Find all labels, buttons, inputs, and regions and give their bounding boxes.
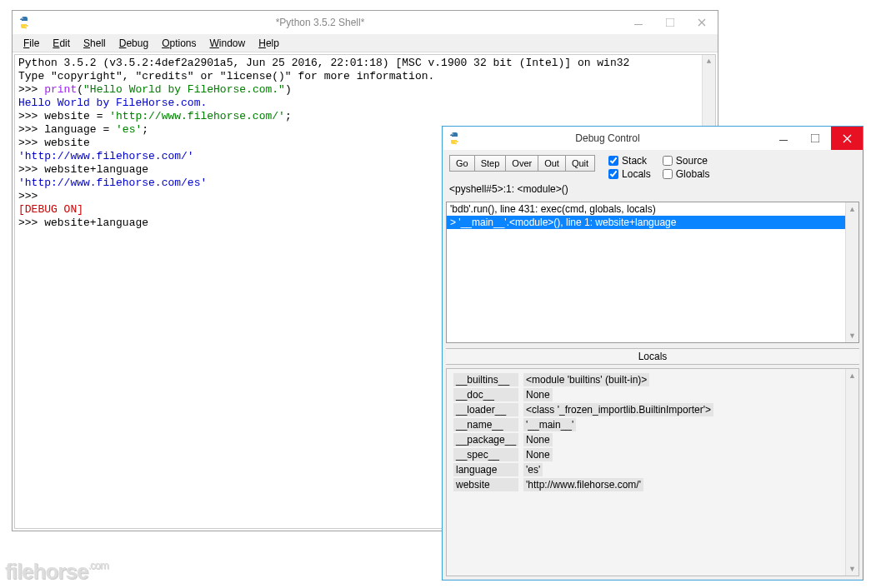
source-checkbox[interactable]: Source xyxy=(663,155,710,167)
menu-window[interactable]: Window xyxy=(204,36,252,51)
locals-key: __loader__ xyxy=(453,403,518,416)
debug-toolbar: GoStepOverOutQuit Stack Source Locals Gl… xyxy=(443,150,863,183)
locals-row: __builtins__<module 'builtins' (built-in… xyxy=(450,372,855,387)
stack-frame-row[interactable]: > '__main__'.<module>(), line 1: website… xyxy=(447,216,858,229)
go-button[interactable]: Go xyxy=(449,155,475,172)
debug-body: GoStepOverOutQuit Stack Source Locals Gl… xyxy=(443,150,863,580)
minimize-button[interactable] xyxy=(768,127,799,150)
shell-line: >>> print("Hello World by FileHorse.com.… xyxy=(18,83,712,97)
locals-grid: __builtins__<module 'builtins' (built-in… xyxy=(446,368,859,576)
debug-window-controls xyxy=(768,127,863,150)
svg-rect-6 xyxy=(779,140,788,141)
debug-title: Debug Control xyxy=(448,132,768,144)
frames-scrollbar[interactable]: ▲ ▼ xyxy=(845,202,858,342)
globals-checkbox[interactable]: Globals xyxy=(663,168,710,180)
shell-window-controls xyxy=(623,11,718,34)
locals-value: <class '_frozen_importlib.BuiltinImporte… xyxy=(523,403,713,416)
scroll-up-icon[interactable]: ▲ xyxy=(846,202,858,216)
locals-key: __name__ xyxy=(453,418,518,431)
locals-row: __spec__None xyxy=(450,447,855,462)
minimize-button[interactable] xyxy=(623,11,654,34)
locals-value: None xyxy=(523,388,553,401)
locals-row: __package__None xyxy=(450,432,855,447)
locals-row: __doc__None xyxy=(450,387,855,402)
scroll-down-icon[interactable]: ▼ xyxy=(846,329,858,342)
locals-value: '__main__' xyxy=(523,418,576,431)
debug-status: <pyshell#5>:1: <module>() xyxy=(443,183,863,198)
menu-file[interactable]: File xyxy=(18,36,45,51)
menu-options[interactable]: Options xyxy=(156,36,202,51)
over-button[interactable]: Over xyxy=(506,155,538,172)
locals-key: __spec__ xyxy=(453,448,518,461)
quit-button[interactable]: Quit xyxy=(566,155,595,172)
debug-control-window: Debug Control GoStepOverOutQuit Stack So… xyxy=(442,126,863,581)
close-button[interactable] xyxy=(686,11,718,34)
stack-frame-row[interactable]: 'bdb'.run(), line 431: exec(cmd, globals… xyxy=(447,202,858,216)
step-button[interactable]: Step xyxy=(475,155,507,172)
locals-value: 'http://www.filehorse.com/' xyxy=(523,478,643,491)
menu-edit[interactable]: Edit xyxy=(47,36,76,51)
locals-value: None xyxy=(523,448,553,461)
scroll-down-icon[interactable]: ▼ xyxy=(846,562,858,576)
shell-line: Python 3.5.2 (v3.5.2:4def2a2901a5, Jun 2… xyxy=(18,57,712,70)
watermark: filehorse.com xyxy=(5,559,108,585)
svg-rect-2 xyxy=(634,24,643,25)
shell-line: Hello World by FileHorse.com. xyxy=(18,97,712,110)
menu-help[interactable]: Help xyxy=(253,36,285,51)
out-button[interactable]: Out xyxy=(538,155,566,172)
locals-value: <module 'builtins' (built-in)> xyxy=(523,373,649,386)
locals-key: __doc__ xyxy=(453,388,518,401)
locals-row: website'http://www.filehorse.com/' xyxy=(450,477,855,492)
locals-scrollbar[interactable]: ▲ ▼ xyxy=(845,369,858,576)
locals-checkbox[interactable]: Locals xyxy=(608,168,651,180)
maximize-button[interactable] xyxy=(799,127,831,150)
locals-value: None xyxy=(523,433,553,446)
shell-line: Type "copyright", "credits" or "license(… xyxy=(18,70,712,83)
shell-titlebar[interactable]: *Python 3.5.2 Shell* xyxy=(13,11,718,34)
svg-rect-7 xyxy=(811,134,819,142)
debug-button-group: GoStepOverOutQuit xyxy=(449,155,595,172)
locals-value: 'es' xyxy=(523,463,543,476)
shell-menubar: FileEditShellDebugOptionsWindowHelp xyxy=(13,34,718,52)
stack-label: Stack xyxy=(622,155,647,167)
scroll-up-icon[interactable]: ▲ xyxy=(703,55,715,68)
shell-line: >>> website = 'http://www.filehorse.com/… xyxy=(18,110,712,123)
scroll-up-icon[interactable]: ▲ xyxy=(846,369,858,382)
locals-row: __name__'__main__' xyxy=(450,417,855,432)
maximize-button[interactable] xyxy=(654,11,686,34)
debug-stack-frames[interactable]: 'bdb'.run(), line 431: exec(cmd, globals… xyxy=(446,202,859,343)
stack-checkbox[interactable]: Stack xyxy=(608,155,651,167)
locals-label: Locals xyxy=(622,168,651,180)
locals-row: __loader__<class '_frozen_importlib.Buil… xyxy=(450,402,855,417)
locals-key: website xyxy=(453,478,518,491)
locals-key: __builtins__ xyxy=(453,373,518,386)
debug-titlebar[interactable]: Debug Control xyxy=(443,127,863,150)
svg-rect-3 xyxy=(666,18,674,27)
locals-row: language'es' xyxy=(450,462,855,477)
source-label: Source xyxy=(676,155,708,167)
shell-title: *Python 3.5.2 Shell* xyxy=(18,17,623,28)
menu-shell[interactable]: Shell xyxy=(78,36,112,51)
locals-key: language xyxy=(453,463,518,476)
locals-header: Locals xyxy=(446,348,859,365)
globals-label: Globals xyxy=(676,168,710,180)
debug-view-checks: Stack Source Locals Globals xyxy=(608,155,709,180)
menu-debug[interactable]: Debug xyxy=(113,36,154,51)
close-button[interactable] xyxy=(831,127,863,150)
locals-key: __package__ xyxy=(453,433,518,446)
